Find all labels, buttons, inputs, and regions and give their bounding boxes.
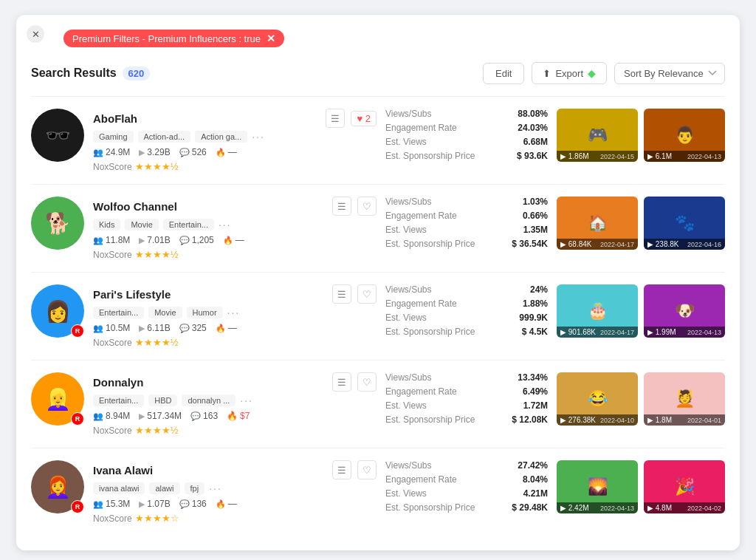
subscribers-stat: 👥 24.9M: [93, 147, 130, 157]
comments-icon: 💬: [179, 236, 190, 245]
tag[interactable]: Action-ad...: [138, 131, 191, 143]
views-icon: ▶: [139, 148, 145, 157]
stats-row: 👥 24.9M▶ 3.29B💬 526🔥 —: [93, 147, 377, 157]
thumbnail-views: ▶ 901.68K: [560, 328, 596, 336]
edit-button[interactable]: Edit: [483, 63, 524, 84]
tag[interactable]: ivana alawi: [93, 482, 145, 494]
subscribers-icon: 👥: [93, 412, 103, 421]
metric-row: Est. Views1.72M: [385, 400, 548, 411]
export-icon: ⬆: [543, 68, 551, 79]
thumbnail[interactable]: 💆▶ 1.8M2022-04-01: [644, 372, 725, 426]
metric-row: Engagement Rate1.88%: [385, 298, 548, 309]
nox-score-label: NoxScore: [93, 426, 132, 436]
thumbnail-views: ▶ 1.8M: [647, 416, 672, 424]
add-to-list-button[interactable]: ☰: [332, 284, 351, 304]
metric-label: Engagement Rate: [385, 474, 457, 485]
tag[interactable]: fpj: [185, 482, 205, 494]
tag[interactable]: Movie: [148, 307, 182, 318]
views-icon: ▶: [139, 236, 145, 245]
thumbnail-overlay: ▶ 238.8K2022-04-16: [644, 239, 725, 250]
thumbnail[interactable]: 🐶▶ 1.99M2022-04-13: [644, 284, 725, 338]
results-count: 620: [123, 66, 151, 81]
name-row: Pari's Lifestyle☰♡: [93, 284, 377, 304]
name-row: AboFlah☰♥ 2: [93, 109, 377, 128]
more-tags-button[interactable]: ···: [219, 219, 232, 231]
tag[interactable]: Action ga...: [195, 131, 247, 143]
tag[interactable]: Entertain...: [93, 307, 144, 318]
thumbnail-views: ▶ 1.99M: [647, 328, 676, 336]
thumbnail[interactable]: 😂▶ 276.38K2022-04-10: [557, 372, 638, 426]
add-to-list-button[interactable]: ☰: [332, 460, 351, 479]
heart-button[interactable]: ♡: [357, 372, 377, 392]
tag[interactable]: Entertain...: [93, 395, 144, 406]
thumbnail[interactable]: 🎉▶ 4.8M2022-04-02: [644, 460, 725, 513]
sort-select[interactable]: Sort By Relevance: [614, 63, 725, 84]
name-actions: ☰♥ 2: [326, 109, 377, 128]
heart-button[interactable]: ♡: [357, 460, 377, 479]
thumbnail[interactable]: 🎂▶ 901.68K2022-04-17: [557, 284, 638, 338]
thumbnail-views: ▶ 2.42M: [560, 504, 589, 512]
metric-row: Engagement Rate24.03%: [385, 123, 548, 133]
tag[interactable]: Gaming: [93, 131, 134, 143]
thumbnail[interactable]: 🐾▶ 238.8K2022-04-16: [644, 197, 725, 250]
metric-row: Est. Sponsorship Price$ 29.48K: [385, 502, 548, 513]
tag[interactable]: Entertain...: [163, 219, 214, 231]
fire-stat: 🔥 —: [216, 323, 237, 333]
subscribers-stat: 👥 15.3M: [93, 499, 130, 509]
influencer-name: AboFlah: [93, 112, 137, 125]
more-tags-button[interactable]: ···: [227, 307, 241, 318]
views-stat: ▶ 7.01B: [139, 235, 170, 245]
metric-value: 24.03%: [518, 123, 548, 133]
heart-button[interactable]: ♡: [357, 284, 377, 304]
tag[interactable]: Movie: [125, 219, 158, 231]
subscribers-icon: 👥: [93, 324, 103, 333]
thumbnail-date: 2022-04-16: [687, 241, 721, 248]
more-tags-button[interactable]: ···: [252, 131, 265, 143]
thumbnails-section: 🌄▶ 2.42M2022-04-13🎉▶ 4.8M2022-04-02: [557, 460, 725, 513]
metric-label: Est. Sponsorship Price: [385, 502, 475, 513]
thumbnail-overlay: ▶ 68.84K2022-04-17: [557, 239, 638, 250]
fire-icon: 🔥: [216, 499, 226, 509]
metric-value: $ 4.5K: [522, 327, 548, 337]
thumbnail[interactable]: 👨▶ 6.1M2022-04-13: [644, 109, 725, 162]
metric-value: 1.03%: [523, 197, 548, 207]
thumbnail[interactable]: 🏠▶ 68.84K2022-04-17: [557, 197, 638, 250]
thumbnail[interactable]: 🎮▶ 1.86M2022-04-15: [557, 109, 638, 162]
nox-score-label: NoxScore: [93, 338, 132, 348]
more-tags-button[interactable]: ···: [240, 395, 253, 406]
add-to-list-button[interactable]: ☰: [332, 197, 351, 216]
table-row: 🕶️AboFlah☰♥ 2GamingAction-ad...Action ga…: [31, 96, 725, 184]
views-stat: ▶ 6.11B: [139, 323, 170, 333]
tag[interactable]: Humor: [187, 307, 223, 318]
tag[interactable]: Kids: [93, 219, 120, 231]
tag[interactable]: donnalyn ...: [182, 395, 236, 406]
export-button[interactable]: ⬆ Export ◆: [532, 62, 607, 84]
metrics-section: Views/Subs88.08%Engagement Rate24.03%Est…: [385, 109, 548, 165]
more-tags-button[interactable]: ···: [209, 482, 222, 494]
metric-value: $ 29.48K: [512, 502, 548, 513]
nox-score-row: NoxScore★★★★½: [93, 161, 377, 172]
heart-button[interactable]: ♡: [357, 197, 377, 216]
metrics-section: Views/Subs27.42%Engagement Rate8.04%Est.…: [385, 460, 548, 516]
metric-label: Views/Subs: [385, 197, 431, 207]
tag[interactable]: HBD: [148, 395, 177, 406]
thumbnail-views: ▶ 276.38K: [560, 416, 596, 424]
influencer-name: Donnalyn: [93, 376, 143, 389]
metric-row: Est. Sponsorship Price$ 12.08K: [385, 414, 548, 425]
export-label: Export: [555, 68, 583, 79]
metric-row: Engagement Rate0.66%: [385, 211, 548, 221]
metric-value: 24%: [530, 284, 548, 295]
metric-value: $ 12.08K: [512, 414, 548, 425]
tag[interactable]: alawi: [149, 482, 179, 494]
add-to-list-button[interactable]: ☰: [326, 109, 345, 128]
metrics-section: Views/Subs1.03%Engagement Rate0.66%Est. …: [385, 197, 548, 253]
filter-tag-remove[interactable]: ✕: [267, 33, 275, 44]
metric-value: 1.72M: [523, 400, 548, 411]
add-to-list-button[interactable]: ☰: [332, 372, 351, 392]
metric-label: Est. Sponsorship Price: [385, 151, 475, 161]
thumbnail[interactable]: 🌄▶ 2.42M2022-04-13: [557, 460, 638, 513]
heart-button[interactable]: ♥ 2: [351, 111, 377, 126]
views-stat: ▶ 3.29B: [139, 147, 170, 157]
close-button[interactable]: ✕: [27, 25, 44, 43]
influencer-name: Ivana Alawi: [93, 464, 153, 477]
